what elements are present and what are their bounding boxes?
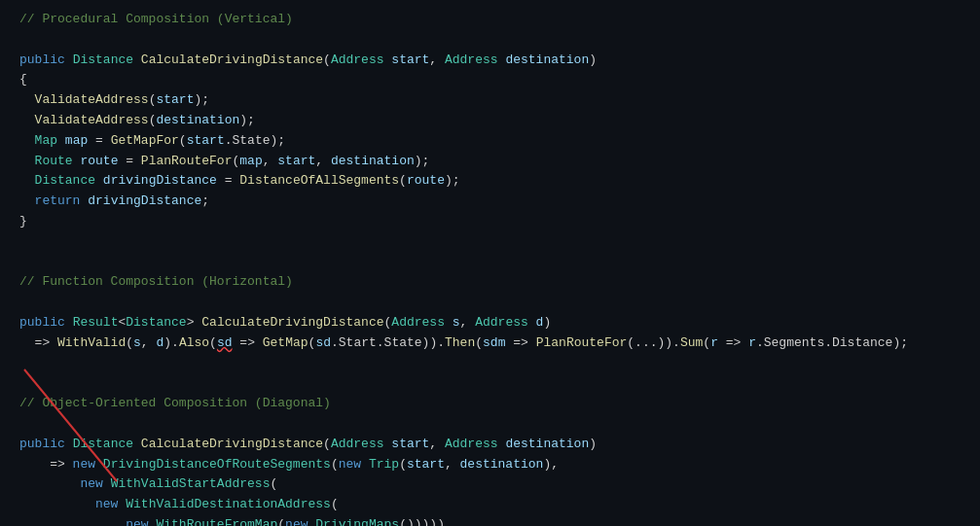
method-signature-oo: public Distance CalculateDrivingDistance… — [19, 435, 961, 455]
line-return: return drivingDistance; — [19, 192, 961, 212]
method-signature-functional: public Result<Distance> CalculateDriving… — [19, 313, 961, 333]
oo-line-2: new WithValidStartAddress( — [19, 474, 961, 495]
comment-functional: // Function Composition (Horizontal) — [19, 272, 961, 293]
blank-line-4 — [19, 293, 961, 313]
line-map: Map map = GetMapFor(start.State); — [19, 131, 961, 152]
oo-line-4: new WithRouteFromMap(new DrivingMaps()))… — [19, 515, 961, 526]
method-signature-procedural: public Distance CalculateDrivingDistance… — [19, 51, 961, 71]
blank-line-7 — [19, 414, 961, 435]
oo-line-3: new WithValidDestinationAddress( — [19, 495, 961, 515]
blank-line-5 — [19, 354, 961, 374]
line-validate-start: ValidateAddress(start); — [19, 90, 961, 111]
comment-procedural: // Procedural Composition (Vertical) — [19, 10, 961, 30]
line-route: Route route = PlanRouteFor(map, start, d… — [19, 152, 961, 172]
line-validate-dest: ValidateAddress(destination); — [19, 111, 961, 131]
blank-line-3 — [19, 253, 961, 273]
method-body-functional: => WithValid(s, d).Also(sd => GetMap(sd.… — [19, 333, 961, 354]
oo-line-1: => new DrivingDistanceOfRouteSegments(ne… — [19, 455, 961, 475]
blank-line-1 — [19, 30, 961, 51]
close-brace: } — [19, 212, 961, 232]
blank-line-2 — [19, 232, 961, 253]
blank-line-6 — [19, 373, 961, 394]
line-distance: Distance drivingDistance = DistanceOfAll… — [19, 171, 961, 192]
open-brace: { — [19, 70, 961, 90]
comment-oo: // Object-Oriented Composition (Diagonal… — [19, 394, 961, 414]
code-editor: // Procedural Composition (Vertical) pub… — [0, 0, 980, 526]
